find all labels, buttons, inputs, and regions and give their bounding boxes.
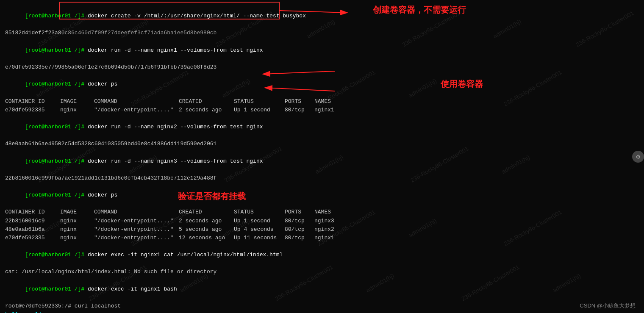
cmd-5: docker ps bbox=[88, 81, 117, 87]
cmd-10: docker run -d --name nginx3 --volumes-fr… bbox=[88, 158, 263, 164]
table-row-1: e70dfe592335nginx"/docker-entrypoint....… bbox=[5, 106, 639, 114]
prompt-12: [root@harbor01 /]# bbox=[25, 192, 88, 198]
prompt-1: [root@harbor01 /]# bbox=[25, 13, 88, 19]
prompt-3: [root@harbor01 /]# bbox=[25, 47, 88, 53]
line-nofile: cat: /usr/local/nginx/html/index.html: N… bbox=[5, 268, 639, 276]
line-9: 48e0aab61b6ae49502c54d5328c6041035059bd4… bbox=[5, 140, 639, 148]
cmd-exec1: docker exec -it nginx1 cat /usr/local/ng… bbox=[88, 252, 283, 258]
line-curl1: root@e70dfe592335:/# curl localhost bbox=[5, 302, 639, 310]
cmd-bash1: docker exec -it nginx1 bash bbox=[88, 286, 177, 292]
line-exec1: [root@harbor01 /]# docker exec -it nginx… bbox=[5, 242, 639, 268]
prompt-8: [root@harbor01 /]# bbox=[25, 124, 88, 130]
prompt-bash1: [root@harbor01 /]# bbox=[25, 286, 88, 292]
line-4: e70dfe592335e7799855a06ef1e27c6b094d50b7… bbox=[5, 63, 639, 72]
line-12: [root@harbor01 /]# docker ps bbox=[5, 183, 639, 208]
line-1: [root@harbor01 /]# docker create -v /htm… bbox=[5, 3, 639, 29]
line-3: [root@harbor01 /]# docker run -d --name … bbox=[5, 38, 639, 63]
line-5: [root@harbor01 /]# docker ps bbox=[5, 72, 639, 97]
cmd-3: docker run -d --name nginx1 --volumes-fr… bbox=[88, 47, 263, 53]
prompt-exec1: [root@harbor01 /]# bbox=[25, 252, 88, 258]
table-row-2: 22b8160016c9nginx"/docker-entrypoint....… bbox=[5, 217, 639, 225]
line-11: 22b8160016c999fba7ae1921add1c131bd6c0cfb… bbox=[5, 174, 639, 183]
line-2: 85182d41def2f23a80c86c460d7f09f27ddeefef… bbox=[5, 29, 639, 37]
line-10: [root@harbor01 /]# docker run -d --name … bbox=[5, 148, 639, 174]
cmd-8: docker run -d --name nginx2 --volumes-fr… bbox=[88, 124, 263, 130]
table-header-1: CONTAINER IDIMAGECOMMANDCREATEDSTATUSPOR… bbox=[5, 97, 639, 106]
table-header-2: CONTAINER IDIMAGECOMMANDCREATEDSTATUSPOR… bbox=[5, 208, 639, 216]
table-row-4: e70dfe592335nginx"/docker-entrypoint....… bbox=[5, 234, 639, 242]
line-bash1: [root@harbor01 /]# docker exec -it nginx… bbox=[5, 277, 639, 302]
prompt-5: [root@harbor01 /]# bbox=[25, 81, 88, 87]
table-row-3: 48e0aab61b6anginx"/docker-entrypoint....… bbox=[5, 225, 639, 234]
prompt-10: [root@harbor01 /]# bbox=[25, 158, 88, 164]
terminal: 236-Rocky86-Cluster001 admin01(hj) 236-R… bbox=[0, 0, 644, 313]
cmd-1: docker create -v /html/:/usr/share/nginx… bbox=[88, 13, 306, 19]
line-hello1: hello,world bbox=[5, 310, 639, 313]
cmd-12: docker ps bbox=[88, 192, 117, 198]
line-8: [root@harbor01 /]# docker run -d --name … bbox=[5, 114, 639, 140]
